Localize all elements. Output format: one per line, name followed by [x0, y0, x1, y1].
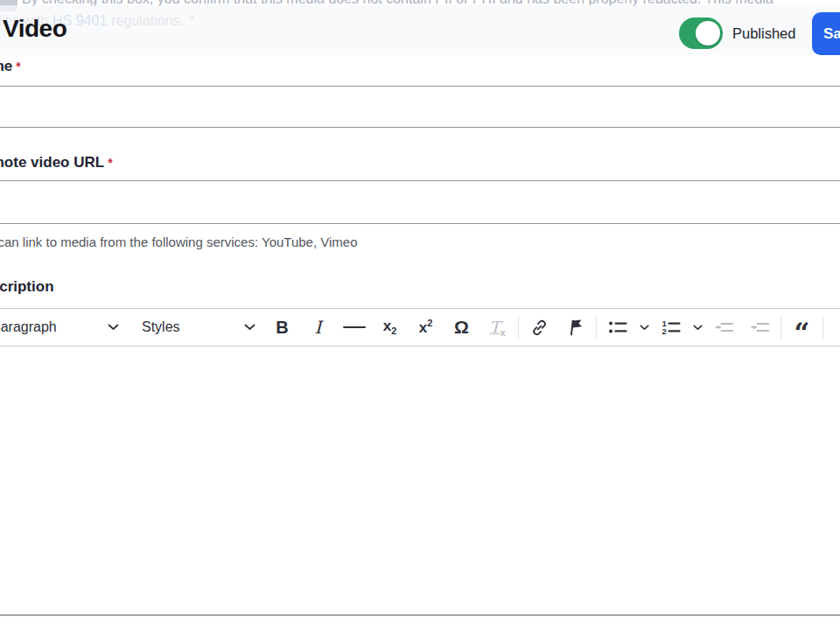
link-icon [530, 318, 549, 337]
block-quote-button[interactable]: “ [784, 312, 820, 343]
published-toggle[interactable] [679, 18, 723, 49]
svg-text:2: 2 [662, 326, 666, 336]
styles-label: Styles [142, 319, 180, 335]
bold-button[interactable]: B [264, 312, 300, 343]
remove-format-button[interactable]: Tx [480, 312, 515, 343]
italic-button[interactable]: I [300, 312, 336, 343]
required-asterisk: * [16, 60, 20, 74]
block-quote-icon: “ [794, 329, 810, 338]
bookmark-flag-icon [564, 317, 585, 338]
superscript-button[interactable]: x2 [408, 312, 444, 343]
horizontal-line-button[interactable] [336, 312, 372, 343]
description-label: Description [0, 278, 840, 296]
styles-dropdown[interactable]: Styles [142, 312, 256, 343]
bulleted-list-button[interactable] [599, 312, 635, 343]
name-label: Name* [0, 58, 840, 75]
remote-video-url-label: Remote video URL* [0, 154, 840, 172]
subscript-button[interactable]: x2 [372, 312, 408, 343]
chevron-down-icon [693, 325, 703, 331]
italic-icon: I [315, 317, 322, 338]
bulleted-list-dropdown-arrow[interactable] [635, 312, 653, 343]
link-button[interactable] [522, 312, 557, 343]
subscript-icon: x2 [383, 318, 397, 336]
numbered-list-button[interactable]: 1 2 [653, 312, 689, 343]
toggle-knob-icon [696, 21, 720, 46]
chevron-down-icon [244, 324, 256, 331]
required-asterisk: * [108, 156, 112, 170]
description-editor: Paragraph Styles B I x2 [0, 308, 840, 616]
toolbar-separator [518, 316, 519, 340]
published-label: Published [732, 25, 795, 42]
toolbar-separator [822, 316, 823, 340]
paragraph-format-label: Paragraph [0, 319, 57, 335]
chevron-down-icon [108, 324, 119, 331]
horizontal-line-icon [343, 326, 366, 329]
editor-content-area[interactable] [0, 346, 840, 616]
name-label-text: Name [0, 58, 12, 74]
remove-format-icon: Tx [489, 318, 505, 338]
remote-video-url-input[interactable] [0, 180, 840, 224]
bookmark-button[interactable] [557, 312, 593, 343]
sticky-header: Video Published Save [0, 5, 840, 55]
omega-icon: Ω [454, 317, 469, 338]
indent-button[interactable] [742, 312, 778, 343]
bold-icon: B [276, 318, 288, 338]
remote-video-url-label-text: Remote video URL [0, 154, 104, 171]
numbered-list-icon: 1 2 [661, 317, 682, 338]
chevron-down-icon [640, 325, 649, 331]
outdent-icon [714, 317, 735, 338]
media-form: Name* Remote video URL* You can link to … [0, 58, 840, 616]
superscript-icon: x2 [419, 318, 433, 337]
toolbar-separator [780, 316, 781, 340]
save-button[interactable]: Save [812, 12, 840, 55]
paragraph-format-dropdown[interactable]: Paragraph [0, 312, 119, 343]
editor-toolbar: Paragraph Styles B I x2 [0, 309, 840, 346]
toolbar-separator [596, 316, 597, 340]
bulleted-list-icon [607, 317, 628, 338]
page-title: Video [3, 15, 66, 43]
name-input[interactable] [0, 86, 840, 128]
media-edit-page: By checking this box, you confirm that t… [0, 0, 840, 630]
special-characters-button[interactable]: Ω [444, 312, 480, 343]
numbered-list-dropdown-arrow[interactable] [689, 312, 706, 343]
outdent-button[interactable] [706, 312, 742, 343]
remote-video-url-description: You can link to media from the following… [0, 234, 840, 250]
indent-icon [750, 317, 771, 338]
